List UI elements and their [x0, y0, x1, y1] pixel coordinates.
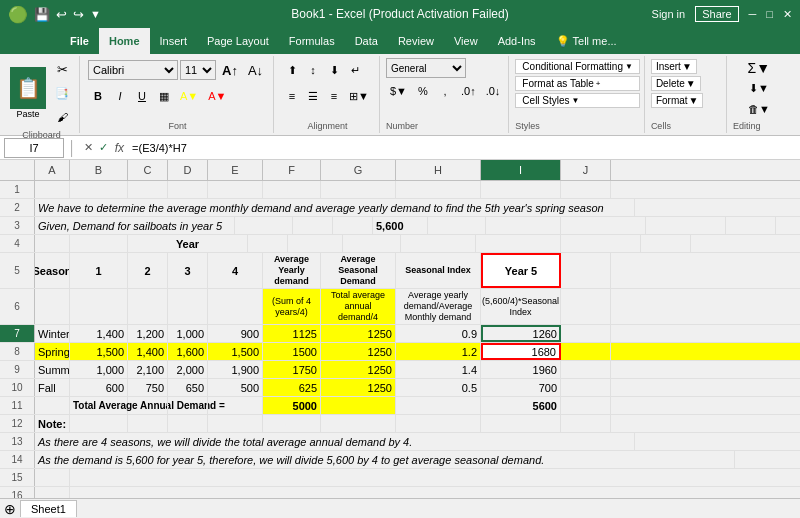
cell-e12[interactable] — [208, 415, 263, 432]
cell-h9[interactable]: 1.4 — [396, 361, 481, 378]
fill-button[interactable]: ⬇▼ — [733, 78, 785, 98]
cell-g3[interactable] — [486, 217, 561, 234]
format-as-table-button[interactable]: Format as Table + — [515, 76, 640, 91]
confirm-entry-button[interactable]: ✓ — [99, 141, 108, 154]
cell-a14[interactable]: As the demand is 5,600 for year 5, there… — [35, 451, 735, 468]
decrease-decimal-button[interactable]: .0↓ — [482, 80, 505, 102]
tab-formulas[interactable]: Formulas — [279, 28, 345, 54]
cell-i3[interactable] — [646, 217, 726, 234]
cancel-entry-button[interactable]: ✕ — [84, 141, 93, 154]
cell-a7[interactable]: Winter — [35, 325, 70, 342]
conditional-formatting-button[interactable]: Conditional Formatting ▼ — [515, 59, 640, 74]
cell-c4[interactable]: Year — [128, 235, 248, 252]
cell-c9[interactable]: 2,100 — [128, 361, 168, 378]
format-cells-button[interactable]: Format ▼ — [651, 93, 704, 108]
cell-styles-button[interactable]: Cell Styles ▼ — [515, 93, 640, 108]
cell-g8[interactable]: 1250 — [321, 343, 396, 360]
cell-j9[interactable] — [561, 361, 611, 378]
cell-c5[interactable]: 2 — [128, 253, 168, 288]
cell-d6[interactable] — [168, 289, 208, 324]
cell-h8[interactable]: 1.2 — [396, 343, 481, 360]
cell-e5[interactable]: 4 — [208, 253, 263, 288]
cell-d5[interactable]: 3 — [168, 253, 208, 288]
align-right-button[interactable]: ≡ — [324, 85, 344, 107]
cell-reference-input[interactable] — [4, 138, 64, 158]
cell-j10[interactable] — [561, 379, 611, 396]
italic-button[interactable]: I — [110, 85, 130, 107]
cell-a1[interactable] — [35, 181, 70, 198]
customize-icon[interactable]: ▼ — [90, 8, 101, 20]
cell-h6[interactable]: Average yearly demand/Average Monthly de… — [396, 289, 481, 324]
cell-e7[interactable]: 900 — [208, 325, 263, 342]
cell-f3[interactable] — [428, 217, 486, 234]
cell-f1[interactable] — [263, 181, 321, 198]
fill-color-button[interactable]: A▼ — [176, 85, 202, 107]
cell-f9[interactable]: 1750 — [263, 361, 321, 378]
cell-a9[interactable]: Summer — [35, 361, 70, 378]
border-button[interactable]: ▦ — [154, 85, 174, 107]
col-header-h[interactable]: H — [396, 160, 481, 180]
cell-a15[interactable] — [35, 469, 70, 486]
sheet-tab-1[interactable]: Sheet1 — [20, 500, 77, 517]
cell-c8[interactable]: 1,400 — [128, 343, 168, 360]
cell-b6[interactable] — [70, 289, 128, 324]
cell-h7[interactable]: 0.9 — [396, 325, 481, 342]
tab-view[interactable]: View — [444, 28, 488, 54]
cell-h12[interactable] — [396, 415, 481, 432]
font-family-select[interactable]: Calibri — [88, 60, 178, 80]
align-middle-button[interactable]: ↕ — [303, 59, 323, 81]
cell-i9[interactable]: 1960 — [481, 361, 561, 378]
redo-icon[interactable]: ↪ — [73, 7, 84, 22]
align-center-button[interactable]: ☰ — [303, 85, 323, 107]
cell-b8[interactable]: 1,500 — [70, 343, 128, 360]
cell-c7[interactable]: 1,200 — [128, 325, 168, 342]
cell-b5[interactable]: 1 — [70, 253, 128, 288]
cell-g7[interactable]: 1250 — [321, 325, 396, 342]
cell-h3[interactable] — [561, 217, 646, 234]
align-top-button[interactable]: ⬆ — [282, 59, 302, 81]
currency-button[interactable]: $▼ — [386, 80, 411, 102]
tab-tellme[interactable]: 💡 Tell me... — [546, 28, 627, 54]
cell-e11[interactable] — [208, 397, 263, 414]
cell-g10[interactable]: 1250 — [321, 379, 396, 396]
cell-f12[interactable] — [263, 415, 321, 432]
cell-d1[interactable] — [168, 181, 208, 198]
cell-a12[interactable]: Note: — [35, 415, 70, 432]
delete-cells-button[interactable]: Delete ▼ — [651, 76, 701, 91]
col-header-g[interactable]: G — [321, 160, 396, 180]
cell-b7[interactable]: 1,400 — [70, 325, 128, 342]
wrap-text-button[interactable]: ↵ — [345, 59, 365, 81]
cell-i8[interactable]: 1680 — [481, 343, 561, 360]
cell-g6[interactable]: Total average annual demand/4 — [321, 289, 396, 324]
cell-c11[interactable] — [128, 397, 168, 414]
cell-i11[interactable]: 5600 — [481, 397, 561, 414]
col-header-a[interactable]: A — [35, 160, 70, 180]
cell-a3[interactable]: Given, Demand for sailboats in year 5 — [35, 217, 235, 234]
comma-button[interactable]: , — [435, 80, 455, 102]
cell-f5[interactable]: Average Yearly demand — [263, 253, 321, 288]
paste-button[interactable]: 📋 — [10, 67, 46, 109]
clear-button[interactable]: 🗑▼ — [733, 99, 785, 119]
copy-button[interactable]: 📑 — [51, 82, 73, 104]
cell-c10[interactable]: 750 — [128, 379, 168, 396]
cell-e1[interactable] — [208, 181, 263, 198]
cell-j12[interactable] — [561, 415, 611, 432]
merge-button[interactable]: ⊞▼ — [345, 85, 373, 107]
bold-button[interactable]: B — [88, 85, 108, 107]
cell-e4[interactable] — [288, 235, 343, 252]
cell-a11[interactable] — [35, 397, 70, 414]
cell-b9[interactable]: 1,000 — [70, 361, 128, 378]
cell-g9[interactable]: 1250 — [321, 361, 396, 378]
cell-d10[interactable]: 650 — [168, 379, 208, 396]
cell-i5[interactable]: Year 5 — [481, 253, 561, 288]
add-sheet-button[interactable]: ⊕ — [4, 501, 16, 517]
cell-d3[interactable] — [333, 217, 373, 234]
share-button[interactable]: Share — [695, 6, 738, 22]
insert-cells-button[interactable]: Insert ▼ — [651, 59, 697, 74]
cell-d4[interactable] — [248, 235, 288, 252]
signin-link[interactable]: Sign in — [652, 8, 686, 20]
cell-g12[interactable] — [321, 415, 396, 432]
cell-i10[interactable]: 700 — [481, 379, 561, 396]
cell-h1[interactable] — [396, 181, 481, 198]
cell-d12[interactable] — [168, 415, 208, 432]
